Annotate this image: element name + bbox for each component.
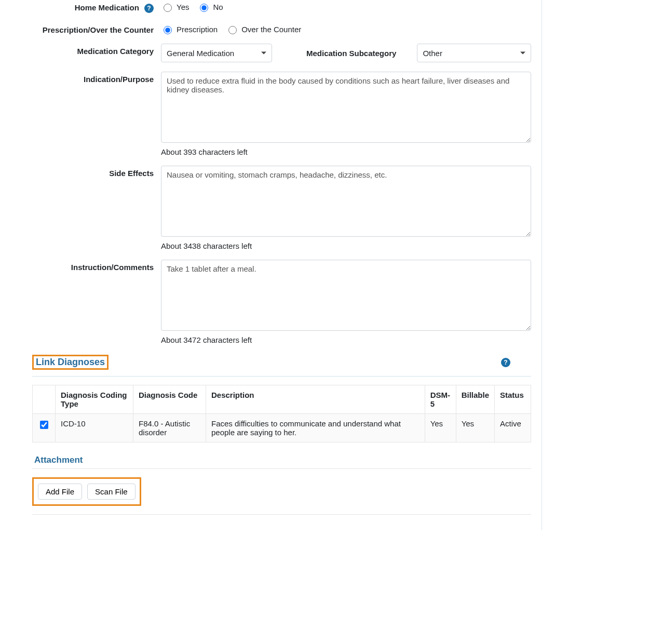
divider [32,514,531,515]
home-med-yes-option[interactable]: Yes [161,2,189,12]
link-diagnoses-title: Link Diagnoses [32,355,109,370]
select-value: General Medication [167,49,234,58]
scan-file-button[interactable]: Scan File [87,484,136,500]
radio-label: No [213,3,223,11]
radio-label: Over the Counter [241,25,301,34]
table-header-row: Diagnosis Coding Type Diagnosis Code Des… [33,385,531,414]
presc-otc-row: Prescription/Over the Counter Prescripti… [0,22,542,34]
col-coding-type: Diagnosis Coding Type [56,385,133,414]
table-row: ICD-10 F84.0 - Autistic disorder Faces d… [33,414,531,442]
instruction-char-count: About 3472 characters left [161,336,531,344]
cell-coding-type: ICD-10 [56,414,133,442]
col-status: Status [495,385,531,414]
link-diagnoses-header: Link Diagnoses ? [32,355,510,374]
indication-char-count: About 393 characters left [161,147,531,156]
cell-status: Active [495,414,531,442]
side-effects-row: Side Effects About 3438 characters left [0,166,542,250]
indication-label: Indication/Purpose [31,72,161,84]
otc-radio[interactable] [228,26,237,34]
cell-billable: Yes [456,414,494,442]
chevron-down-icon [261,52,266,55]
select-value: Other [423,49,442,58]
instruction-row: Instruction/Comments About 3472 characte… [0,260,542,344]
home-med-yes-radio[interactable] [164,4,172,12]
med-category-label: Medication Category [31,44,161,62]
side-effects-char-count: About 3438 characters left [161,242,531,250]
med-subcategory-label: Medication Subcategory [306,49,396,58]
col-billable: Billable [456,385,494,414]
prescription-option[interactable]: Prescription [161,24,218,34]
cell-code: F84.0 - Autistic disorder [133,414,206,442]
cell-desc: Faces difficulties to communicate and un… [206,414,425,442]
presc-otc-label: Prescription/Over the Counter [31,22,161,34]
divider [32,468,531,469]
prescription-radio[interactable] [164,26,172,34]
help-icon[interactable]: ? [501,358,510,367]
col-code: Diagnosis Code [133,385,206,414]
col-dsm5: DSM-5 [425,385,456,414]
otc-option[interactable]: Over the Counter [226,24,301,34]
diagnoses-table: Diagnosis Coding Type Diagnosis Code Des… [32,385,531,442]
add-file-button[interactable]: Add File [38,484,82,500]
col-desc: Description [206,385,425,414]
instruction-textarea[interactable] [161,260,531,331]
help-icon[interactable]: ? [144,4,154,13]
instruction-label: Instruction/Comments [31,260,161,272]
form-page: Home Medication ? Yes No Prescription/Ov… [0,0,542,530]
cell-dsm5: Yes [425,414,456,442]
label-text: Home Medication [75,3,139,12]
chevron-down-icon [520,52,525,55]
home-medication-label: Home Medication ? [31,0,161,13]
med-category-select[interactable]: General Medication [161,44,272,62]
attachment-buttons: Add File Scan File [32,477,141,506]
side-effects-label: Side Effects [31,166,161,178]
home-med-no-radio[interactable] [200,4,208,12]
radio-label: Yes [177,3,189,11]
indication-textarea[interactable] [161,72,531,143]
home-med-no-option[interactable]: No [197,2,223,12]
med-category-row: Medication Category General Medication M… [0,44,542,62]
home-medication-row: Home Medication ? Yes No [0,0,542,13]
side-effects-textarea[interactable] [161,166,531,237]
radio-label: Prescription [177,25,218,34]
indication-row: Indication/Purpose About 393 characters … [0,72,542,156]
row-checkbox[interactable] [40,421,48,429]
med-subcategory-select[interactable]: Other [417,44,531,62]
attachment-title: Attachment [34,455,531,465]
divider [32,376,531,377]
